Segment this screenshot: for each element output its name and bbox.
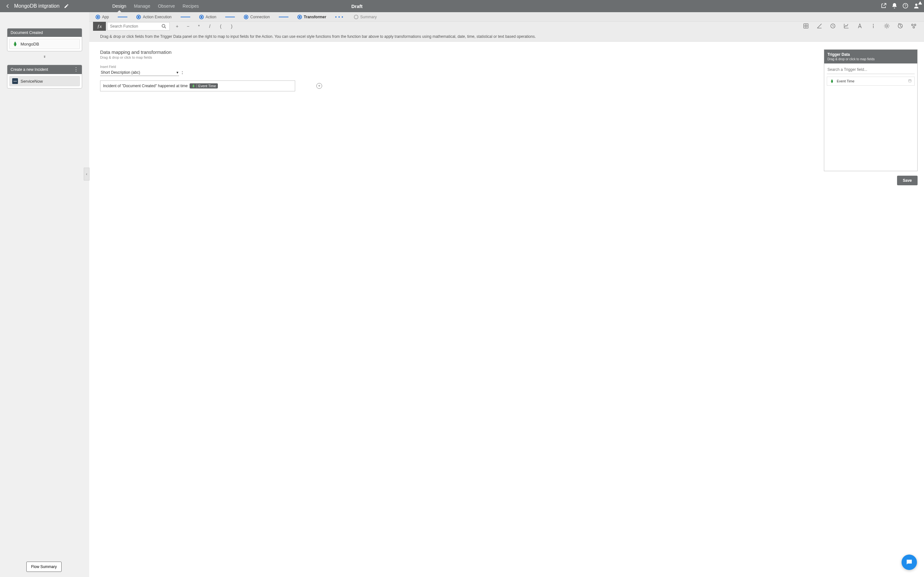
action-app-row[interactable]: now ServiceNow bbox=[9, 76, 80, 86]
field-select-value: Short Description (abc) bbox=[101, 70, 140, 75]
op-minus[interactable]: − bbox=[186, 24, 190, 29]
step-connector bbox=[279, 17, 288, 17]
trigger-app-name: MongoDB bbox=[21, 42, 39, 47]
open-external-icon[interactable] bbox=[880, 3, 887, 10]
status-label: Draft bbox=[351, 3, 363, 9]
step-app[interactable]: App bbox=[95, 15, 109, 19]
flow-summary-button[interactable]: Flow Summary bbox=[26, 562, 61, 572]
trigger-field-item[interactable]: Event Time bbox=[827, 77, 915, 85]
time-category-icon[interactable] bbox=[830, 23, 836, 30]
expression-text: Incident of "Document Created" happened … bbox=[103, 84, 188, 88]
tab-recipes[interactable]: Recipes bbox=[183, 0, 199, 12]
function-search[interactable] bbox=[107, 22, 170, 31]
action-app-name: ServiceNow bbox=[21, 79, 43, 84]
calendar-icon bbox=[908, 79, 912, 83]
logic-category-icon[interactable] bbox=[884, 23, 890, 30]
mongodb-icon bbox=[12, 41, 18, 47]
help-icon[interactable]: ? bbox=[902, 3, 909, 10]
stats-category-icon[interactable] bbox=[843, 23, 850, 30]
info-category-icon[interactable] bbox=[870, 23, 877, 30]
edit-icon[interactable] bbox=[64, 3, 69, 9]
step-action-execution[interactable]: Action Execution bbox=[136, 15, 171, 19]
text-category-icon[interactable] bbox=[857, 23, 863, 30]
trigger-panel-subtitle: Drag & drop or click to map fields bbox=[827, 57, 914, 61]
kebab-icon[interactable]: ⋮ bbox=[73, 67, 79, 72]
misc-category-icon[interactable] bbox=[911, 23, 917, 30]
convert-category-icon[interactable] bbox=[897, 23, 903, 30]
expression-input[interactable]: Incident of "Document Created" happened … bbox=[100, 81, 295, 91]
svg-rect-12 bbox=[909, 79, 911, 82]
top-header: MongoDB intgration Design Manage Observe… bbox=[0, 0, 924, 12]
tab-design[interactable]: Design bbox=[112, 0, 126, 12]
chip-label: Event Time bbox=[198, 84, 216, 88]
mongodb-icon bbox=[830, 79, 834, 83]
user-icon[interactable] bbox=[913, 3, 919, 10]
function-bar: ƒx + − * / ( ) bbox=[93, 22, 920, 31]
add-mapping-icon[interactable]: + bbox=[317, 83, 322, 89]
op-divide[interactable]: / bbox=[208, 24, 212, 29]
header-tabs: Design Manage Observe Recipes bbox=[112, 0, 199, 12]
tab-observe[interactable]: Observe bbox=[158, 0, 175, 12]
step-label: Summary bbox=[360, 15, 376, 19]
page-title: MongoDB intgration bbox=[14, 3, 59, 9]
op-plus[interactable]: + bbox=[175, 24, 179, 29]
servicenow-icon: now bbox=[12, 78, 18, 84]
main-panel: ƒx + − * / ( ) bbox=[89, 22, 924, 577]
op-paren-open[interactable]: ( bbox=[218, 24, 223, 29]
trigger-field-label: Event Time bbox=[837, 79, 855, 83]
insert-field-label: Insert Field bbox=[100, 65, 331, 69]
step-label: Transformer bbox=[304, 15, 326, 19]
trigger-card-title: Document Created bbox=[11, 31, 43, 35]
colon-separator: : bbox=[182, 70, 183, 75]
step-bar: App Action Execution Action Connection T… bbox=[89, 12, 924, 22]
step-label: Connection bbox=[250, 15, 270, 19]
tab-manage[interactable]: Manage bbox=[134, 0, 150, 12]
svg-point-6 bbox=[873, 24, 874, 25]
op-multiply[interactable]: * bbox=[197, 24, 201, 29]
action-card-title: Create a new Incident bbox=[11, 67, 48, 72]
action-card[interactable]: Create a new Incident ⋮ now ServiceNow bbox=[7, 65, 82, 89]
step-transformer[interactable]: Transformer bbox=[297, 15, 326, 19]
trigger-search-input[interactable] bbox=[827, 65, 915, 74]
step-summary[interactable]: Summary bbox=[354, 15, 376, 19]
function-search-input[interactable] bbox=[110, 24, 161, 29]
chevron-down-icon: ▾ bbox=[176, 70, 178, 75]
search-icon[interactable] bbox=[161, 23, 167, 29]
collapse-sidebar-icon[interactable]: ‹ bbox=[84, 168, 89, 181]
angle-category-icon[interactable] bbox=[816, 23, 822, 30]
svg-point-2 bbox=[915, 3, 918, 6]
mapping-subtitle: Drag & drop or click to map fields bbox=[100, 55, 331, 59]
save-button[interactable]: Save bbox=[897, 176, 918, 185]
svg-point-11 bbox=[913, 26, 915, 28]
svg-point-7 bbox=[886, 25, 888, 27]
step-label: App bbox=[102, 15, 109, 19]
step-label: Action bbox=[206, 15, 216, 19]
field-chip-event-time[interactable]: Event Time bbox=[190, 83, 218, 89]
trigger-panel-title: Trigger Data bbox=[827, 52, 914, 57]
trigger-data-panel: Trigger Data Drag & drop or click to map… bbox=[824, 49, 918, 171]
svg-point-10 bbox=[914, 24, 916, 26]
step-connector bbox=[181, 17, 190, 17]
math-category-icon[interactable] bbox=[803, 23, 809, 30]
mapping-column: Data mapping and transformation Drag & d… bbox=[100, 49, 331, 577]
bell-icon[interactable] bbox=[891, 3, 898, 10]
field-select[interactable]: Short Description (abc) ▾ bbox=[100, 69, 179, 76]
op-paren-close[interactable]: ) bbox=[229, 24, 234, 29]
step-action[interactable]: Action bbox=[199, 15, 216, 19]
flow-sidebar: Document Created MongoDB Create a new In… bbox=[0, 22, 89, 577]
step-connection[interactable]: Connection bbox=[244, 15, 270, 19]
hint-text: Drag & drop or click fields from the Tri… bbox=[89, 31, 924, 41]
step-label: Action Execution bbox=[143, 15, 171, 19]
back-arrow-icon[interactable] bbox=[5, 3, 11, 9]
svg-point-9 bbox=[911, 24, 913, 26]
mongodb-icon bbox=[192, 84, 195, 88]
mapping-title: Data mapping and transformation bbox=[100, 49, 331, 55]
svg-point-3 bbox=[162, 24, 165, 27]
trigger-card[interactable]: Document Created MongoDB bbox=[7, 28, 82, 51]
step-connector bbox=[118, 17, 128, 17]
step-connector-dots bbox=[335, 17, 345, 17]
chat-fab-icon[interactable] bbox=[901, 554, 917, 570]
trigger-app-row[interactable]: MongoDB bbox=[9, 39, 80, 49]
svg-text:?: ? bbox=[905, 4, 906, 8]
step-connector bbox=[225, 17, 235, 17]
